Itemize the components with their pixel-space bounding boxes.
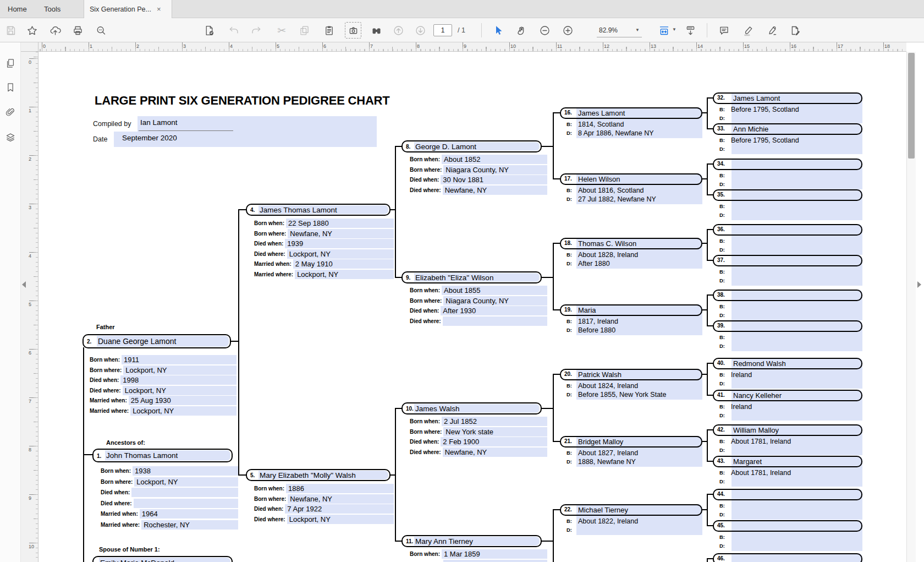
field-value[interactable] bbox=[131, 488, 238, 497]
person-header[interactable] bbox=[713, 320, 862, 332]
field-value[interactable] bbox=[729, 333, 862, 342]
person-box-p46[interactable]: 46.B:D: bbox=[713, 553, 862, 562]
person-box-p38[interactable]: 38.B:D: bbox=[713, 290, 862, 320]
snapshot-camera-button[interactable] bbox=[345, 22, 361, 39]
person-name-field[interactable]: Maria bbox=[578, 305, 596, 315]
print-button[interactable] bbox=[69, 22, 86, 39]
search-button[interactable] bbox=[92, 22, 109, 39]
person-box-p42[interactable]: 42.William MalloyB:About 1781, IrelandD: bbox=[713, 424, 862, 455]
person-header[interactable] bbox=[713, 255, 862, 266]
person-name-field[interactable]: Patrick Walsh bbox=[578, 370, 622, 379]
field-value[interactable] bbox=[134, 499, 238, 508]
person-box-p37[interactable]: 37.B:D: bbox=[713, 255, 862, 286]
edit-document-pen-button[interactable] bbox=[787, 22, 804, 39]
field-value[interactable]: 1886 bbox=[286, 484, 394, 493]
field-value[interactable]: 1964 bbox=[140, 509, 238, 519]
vertical-scrollbar[interactable] bbox=[906, 52, 916, 562]
person-header[interactable]: Mary Ann Tierney11. bbox=[402, 535, 542, 547]
field-value[interactable]: Ireland bbox=[729, 402, 862, 411]
date-value[interactable]: September 2020 bbox=[122, 134, 177, 142]
person-header[interactable]: Emily Marie McDonald bbox=[92, 556, 233, 562]
person-name-field[interactable]: Bridget Malloy bbox=[578, 437, 623, 446]
field-value[interactable]: Lockport, NY bbox=[295, 270, 394, 279]
fill-and-sign-pen-button[interactable] bbox=[764, 22, 780, 39]
field-value[interactable]: 8 Apr 1886, Newfane NY bbox=[576, 129, 702, 138]
document-canvas[interactable]: LARGE PRINT SIX GENERATION PEDIGREE CHAR… bbox=[38, 52, 906, 562]
person-name-field[interactable]: Elizabeth "Eliza" Wilson bbox=[414, 273, 540, 282]
person-name-field[interactable]: John Thomas Lamont bbox=[105, 450, 230, 461]
find-binoculars-button[interactable] bbox=[368, 22, 384, 39]
field-value[interactable] bbox=[729, 510, 862, 519]
person-name-field[interactable]: Michael Tierney bbox=[578, 505, 628, 515]
person-name-field[interactable]: Emily Marie McDonald bbox=[99, 558, 230, 562]
field-value[interactable]: 1998 bbox=[120, 375, 237, 385]
close-tab-icon[interactable]: × bbox=[157, 5, 161, 13]
person-name-field[interactable]: Mary Elizabeth "Molly" Walsh bbox=[258, 471, 388, 479]
cut-scissors-button[interactable]: ✂ bbox=[273, 22, 290, 39]
zoom-out-button[interactable] bbox=[536, 22, 553, 39]
person-name-field[interactable]: James Lamont bbox=[733, 94, 780, 103]
person-box-p33[interactable]: 33.Ann MichieB:Before 1795, ScotlandD: bbox=[713, 123, 862, 154]
field-value[interactable]: 1817, Ireland bbox=[576, 317, 702, 326]
person-box-p8[interactable]: George D. Lamont8.Born when:About 1852Bo… bbox=[402, 140, 547, 152]
person-header[interactable] bbox=[713, 553, 862, 562]
person-box-p43[interactable]: 43.MargaretB:About 1781, IrelandD: bbox=[713, 456, 862, 487]
field-value[interactable]: Niagara County, NY bbox=[443, 165, 547, 174]
field-value[interactable] bbox=[729, 446, 862, 455]
field-value[interactable]: Niagara County, NY bbox=[443, 296, 547, 305]
field-value[interactable]: About 1855 bbox=[442, 286, 547, 295]
layers-icon[interactable] bbox=[3, 130, 18, 145]
person-header[interactable] bbox=[713, 290, 862, 301]
field-value[interactable]: 2 Feb 1900 bbox=[441, 437, 547, 446]
person-header[interactable] bbox=[713, 520, 862, 532]
document-tab[interactable]: Six Generation Pe... × bbox=[84, 0, 172, 18]
field-value[interactable]: About 1827, Ireland bbox=[576, 449, 702, 457]
field-value[interactable]: 1938 bbox=[133, 466, 238, 476]
field-value[interactable]: Ireland bbox=[729, 370, 862, 379]
person-header[interactable] bbox=[713, 159, 862, 170]
share-upload-button[interactable] bbox=[47, 22, 63, 39]
highlighter-button[interactable] bbox=[740, 22, 756, 39]
person-box-p45[interactable]: 45.B:D: bbox=[713, 520, 862, 551]
field-value[interactable] bbox=[729, 211, 862, 220]
field-value[interactable]: Before 1855, New York State bbox=[576, 390, 702, 399]
person-name-field[interactable]: William Malloy bbox=[733, 425, 779, 435]
person-box-p9[interactable]: Elizabeth "Eliza" Wilson9.Born when:Abou… bbox=[402, 271, 547, 283]
person-box-p11[interactable]: Mary Ann Tierney11.Born when:1 Mar 1859B… bbox=[402, 535, 547, 547]
field-value[interactable]: About 1781, Ireland bbox=[729, 437, 862, 446]
hand-pan-tool-button[interactable] bbox=[513, 22, 530, 39]
person-box-p36[interactable]: 36.B:D: bbox=[713, 224, 862, 255]
zoom-level-dropdown[interactable]: 82.9%▼ bbox=[597, 23, 642, 37]
scroll-mode-button[interactable] bbox=[682, 22, 698, 39]
comment-button[interactable] bbox=[716, 22, 732, 39]
zoom-in-button[interactable] bbox=[559, 22, 576, 39]
person-name-field[interactable]: James Thomas Lamont bbox=[258, 205, 388, 214]
person-name-field[interactable]: Ann Michie bbox=[733, 124, 768, 134]
bookmarks-icon[interactable] bbox=[3, 80, 18, 95]
person-name-field[interactable]: Redmond Walsh bbox=[733, 359, 786, 368]
field-value[interactable]: 7 Apr 1922 bbox=[285, 504, 394, 514]
field-value[interactable] bbox=[729, 501, 862, 510]
field-value[interactable] bbox=[576, 526, 702, 534]
person-box-p18[interactable]: 18.Thomas C. WilsonB:About 1828, Ireland… bbox=[560, 238, 702, 269]
person-header[interactable] bbox=[713, 224, 862, 236]
field-value[interactable]: About 1852 bbox=[442, 155, 547, 164]
person-header[interactable] bbox=[713, 489, 862, 500]
star-favorite-button[interactable] bbox=[24, 22, 40, 39]
fit-width-button[interactable] bbox=[656, 22, 672, 39]
scrollbar-thumb[interactable] bbox=[908, 53, 915, 159]
select-tool-pointer-icon[interactable] bbox=[490, 22, 506, 39]
person-header[interactable]: Elizabeth "Eliza" Wilson9. bbox=[402, 271, 542, 283]
field-value[interactable]: After 1930 bbox=[441, 306, 547, 315]
person-box-p35[interactable]: 35.B:D: bbox=[713, 189, 862, 220]
field-value[interactable]: Newfane, NY bbox=[288, 494, 394, 504]
field-value[interactable]: Newfane, NY bbox=[443, 448, 547, 457]
person-name-field[interactable]: Nancy Kelleher bbox=[733, 391, 782, 400]
field-value[interactable]: About 1822, Ireland bbox=[576, 517, 702, 526]
person-box-p32[interactable]: 32.James LamontB:Before 1795, ScotlandD: bbox=[713, 92, 862, 123]
field-value[interactable]: 27 Jul 1882, Newfane NY bbox=[576, 195, 702, 204]
field-value[interactable]: About 1781, Ireland bbox=[729, 468, 862, 477]
field-value[interactable] bbox=[729, 379, 862, 388]
person-name-field[interactable]: Margaret bbox=[733, 457, 762, 466]
field-value[interactable] bbox=[729, 202, 862, 211]
